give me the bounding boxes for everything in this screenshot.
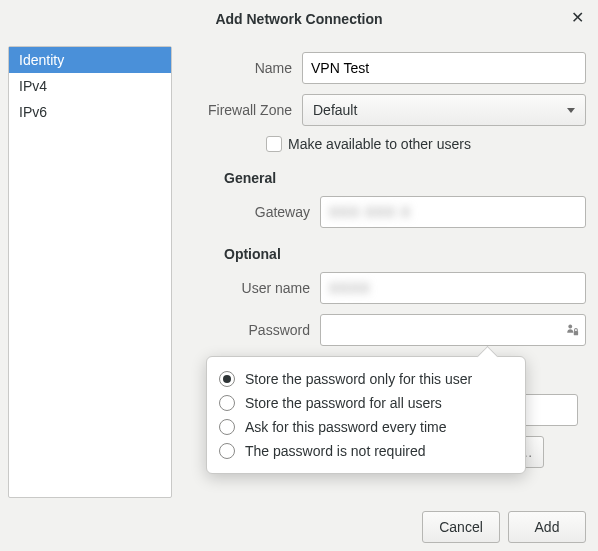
radio-option-store-user[interactable]: Store the password only for this user [219, 367, 513, 391]
sidebar: Identity IPv4 IPv6 [8, 46, 172, 498]
cancel-button[interactable]: Cancel [422, 511, 500, 543]
radio-label: Store the password only for this user [245, 371, 472, 387]
button-label: Cancel [439, 519, 483, 535]
button-label: Add [535, 519, 560, 535]
gateway-redacted-value: XXX XXX X [329, 204, 411, 220]
row-firewall: Firewall Zone Default [182, 94, 586, 126]
password-storage-icon[interactable] [564, 322, 580, 338]
sidebar-item-ipv6[interactable]: IPv6 [9, 99, 171, 125]
firewall-zone-select[interactable]: Default [302, 94, 586, 126]
radio-icon [219, 419, 235, 435]
username-input[interactable]: XXXX [320, 272, 586, 304]
section-optional: Optional [224, 246, 586, 262]
username-label: User name [182, 280, 320, 296]
row-name: Name [182, 52, 586, 84]
row-share: Make available to other users [266, 136, 586, 152]
radio-icon [219, 371, 235, 387]
share-label: Make available to other users [288, 136, 471, 152]
row-password: Password [182, 314, 586, 346]
name-label: Name [182, 60, 302, 76]
password-input[interactable] [320, 314, 586, 346]
gateway-input[interactable]: XXX XXX X [320, 196, 586, 228]
name-input[interactable] [302, 52, 586, 84]
chevron-down-icon [567, 108, 575, 113]
svg-point-0 [568, 325, 572, 329]
sidebar-item-ipv4[interactable]: IPv4 [9, 73, 171, 99]
firewall-zone-value: Default [313, 102, 357, 118]
username-redacted-value: XXXX [329, 280, 370, 296]
sidebar-item-label: IPv6 [19, 104, 47, 120]
radio-icon [219, 395, 235, 411]
row-username: User name XXXX [182, 272, 586, 304]
radio-option-ask[interactable]: Ask for this password every time [219, 415, 513, 439]
radio-option-store-all[interactable]: Store the password for all users [219, 391, 513, 415]
firewall-label: Firewall Zone [182, 102, 302, 118]
titlebar: Add Network Connection ✕ [0, 0, 598, 38]
password-storage-popover: Store the password only for this user St… [206, 356, 526, 474]
svg-rect-1 [574, 331, 578, 335]
radio-icon [219, 443, 235, 459]
sidebar-item-label: IPv4 [19, 78, 47, 94]
window-title: Add Network Connection [215, 11, 382, 27]
sidebar-item-identity[interactable]: Identity [9, 47, 171, 73]
row-gateway: Gateway XXX XXX X [182, 196, 586, 228]
radio-label: The password is not required [245, 443, 426, 459]
share-checkbox[interactable] [266, 136, 282, 152]
password-label: Password [182, 322, 320, 338]
radio-label: Ask for this password every time [245, 419, 447, 435]
footer-buttons: Cancel Add [422, 511, 586, 543]
section-general: General [224, 170, 586, 186]
sidebar-item-label: Identity [19, 52, 64, 68]
close-icon[interactable]: ✕ [568, 8, 586, 26]
gateway-label: Gateway [182, 204, 320, 220]
radio-label: Store the password for all users [245, 395, 442, 411]
add-button[interactable]: Add [508, 511, 586, 543]
radio-option-not-required[interactable]: The password is not required [219, 439, 513, 463]
